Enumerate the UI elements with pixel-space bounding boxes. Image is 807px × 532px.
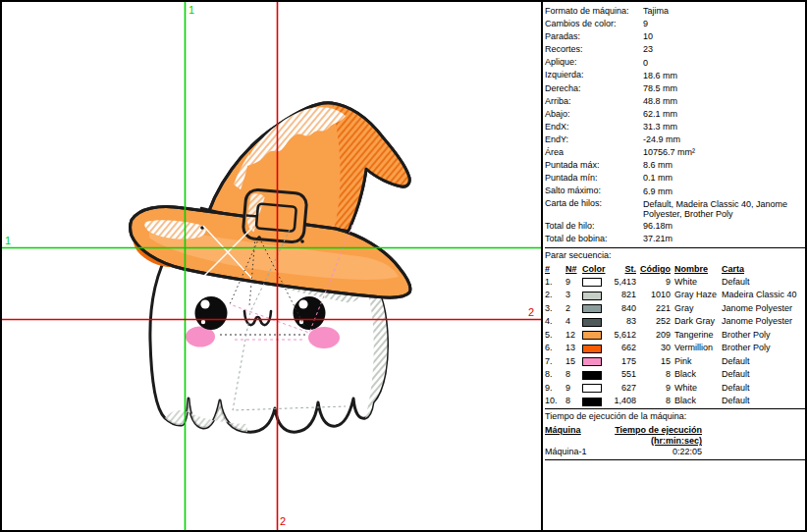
machine-info-list: Formato de máquina:TajimaCambios de colo… xyxy=(545,2,805,248)
info-row: Recortes:23 xyxy=(545,43,805,56)
info-row: Carta de hilos:Default, Madeira Classic … xyxy=(545,197,805,219)
info-value: 78.5 mm xyxy=(643,82,805,95)
time-col-header: Tiempo de ejecución xyxy=(602,425,702,436)
col-header-st: St. xyxy=(607,262,636,276)
color-swatch xyxy=(582,304,602,313)
cell-num: 1. xyxy=(545,276,565,290)
stop-sequence-row: 8.85518BlackDefault xyxy=(545,368,805,382)
cell-codigo: 221 xyxy=(636,302,671,316)
info-value: 23 xyxy=(643,43,805,56)
info-value: 0.1 mm xyxy=(643,172,805,185)
cell-nombre: Tangerine xyxy=(671,329,722,343)
info-row: Paradas:10 xyxy=(545,30,805,43)
info-row: Puntada máx:8.6 mm xyxy=(545,159,805,172)
machine-time-title: Tiempo de ejecución de la máquina: xyxy=(545,409,805,423)
info-value: 0 xyxy=(643,56,805,69)
info-row: Aplique:0 xyxy=(545,56,805,69)
cell-codigo: 9 xyxy=(636,276,671,290)
stop-sequence-rows: 1.95,4139WhiteDefault2.38211010Gray Haze… xyxy=(545,276,805,408)
cell-stitches: 821 xyxy=(607,289,636,302)
stop-sequence-title: Parar secuencia: xyxy=(545,248,805,262)
cell-carta: Brother Poly xyxy=(722,342,805,355)
cell-needle: 8 xyxy=(565,395,582,408)
machine-time-rows: Máquina-10:22:05 xyxy=(545,446,805,459)
cell-carta: Default xyxy=(722,382,805,396)
stop-sequence-row: 2.38211010Gray HazeMadeira Classic 40 xyxy=(545,289,805,302)
color-swatch xyxy=(582,398,602,406)
info-value: 18.6 mm xyxy=(643,69,805,81)
stop-sequence-row: 1.95,4139WhiteDefault xyxy=(545,276,805,290)
stop-sequence-row: 7.1517515PinkDefault xyxy=(545,355,805,369)
cell-color xyxy=(582,276,607,290)
cell-codigo: 15 xyxy=(636,355,671,369)
cell-codigo: 8 xyxy=(636,395,671,408)
info-label: Paradas: xyxy=(545,30,643,43)
info-label: EndX: xyxy=(545,121,643,133)
color-swatch xyxy=(582,384,602,393)
guide-label-green-left: 1 xyxy=(5,235,11,246)
cell-color xyxy=(582,302,607,316)
info-label: Total de bobina: xyxy=(545,233,643,245)
info-value: Default, Madeira Classic 40, Janome Poly… xyxy=(643,197,805,219)
machine-time-row: Máquina-10:22:05 xyxy=(545,446,805,459)
cell-needle: 4 xyxy=(565,315,582,329)
cell-nombre: Pink xyxy=(671,355,722,369)
info-row: Salto máximo:6.9 mm xyxy=(545,185,805,197)
cell-carta: Default xyxy=(722,276,805,290)
info-row: Total de bobina:37.21m xyxy=(545,233,805,245)
cell-stitches: 662 xyxy=(607,342,636,355)
cell-needle: 3 xyxy=(565,289,582,302)
info-label: Cambios de color: xyxy=(545,18,643,30)
info-label: Aplique: xyxy=(545,56,643,69)
machine-time-header: Máquina Tiempo de ejecución xyxy=(545,423,805,436)
info-value: 9 xyxy=(643,18,805,30)
cell-stitches: 551 xyxy=(607,368,636,382)
info-row: EndY:-24.9 mm xyxy=(545,133,805,146)
machine-time: 0:22:05 xyxy=(602,446,702,458)
cell-codigo: 9 xyxy=(636,382,671,396)
info-label: Puntada máx: xyxy=(545,159,643,172)
info-label: Recortes: xyxy=(545,43,643,56)
design-canvas: 1 1 2 2 xyxy=(2,2,541,530)
color-swatch xyxy=(582,292,602,300)
guide-label-green-top: 1 xyxy=(188,4,194,16)
cell-num: 5. xyxy=(545,329,565,343)
print-preview-window: 1 1 2 2 Formato de máquina:TajimaCambios… xyxy=(0,0,807,532)
machine-name: Máquina-1 xyxy=(545,446,602,458)
info-label: Total de hilo: xyxy=(545,220,643,233)
cell-color xyxy=(582,395,607,408)
cell-stitches: 175 xyxy=(607,355,636,369)
color-swatch xyxy=(582,278,602,287)
info-label: Arriba: xyxy=(545,95,643,108)
info-label: EndY: xyxy=(545,133,643,146)
cell-nombre: Vermillion xyxy=(671,342,722,355)
cell-nombre: Black xyxy=(671,395,722,408)
info-label: Puntada mín: xyxy=(545,172,643,185)
stop-sequence-row: 9.96279WhiteDefault xyxy=(545,382,805,396)
cell-num: 4. xyxy=(545,315,565,329)
col-header-nombre: Nombre xyxy=(671,262,722,276)
cell-stitches: 1,408 xyxy=(607,395,636,408)
cell-nombre: White xyxy=(671,276,722,290)
stop-sequence-row: 10.81,4088BlackDefault xyxy=(545,395,805,408)
col-header-color: Color xyxy=(582,262,607,276)
cell-nombre: Gray xyxy=(671,302,722,316)
cell-color xyxy=(582,329,607,343)
cell-carta: Default xyxy=(722,368,805,382)
info-value: 62.1 mm xyxy=(643,108,805,121)
info-label: Salto máximo: xyxy=(545,185,643,197)
time-col-subheader: (hr:min:sec) xyxy=(602,436,702,446)
cell-stitches: 5,612 xyxy=(607,329,636,343)
info-label: Área xyxy=(545,146,643,159)
col-header-carta: Carta xyxy=(722,262,805,276)
cell-codigo: 1010 xyxy=(636,289,671,302)
info-value: 10756.7 mm² xyxy=(643,146,805,159)
info-value: -24.9 mm xyxy=(643,133,805,146)
cell-num: 9. xyxy=(545,382,565,396)
col-header-n: N# xyxy=(565,262,582,276)
info-label: Formato de máquina: xyxy=(545,5,643,18)
cell-num: 6. xyxy=(545,342,565,355)
machine-time-subheader: (hr:min:sec) xyxy=(545,436,805,446)
color-swatch xyxy=(582,345,602,353)
info-label: Derecha: xyxy=(545,82,643,95)
